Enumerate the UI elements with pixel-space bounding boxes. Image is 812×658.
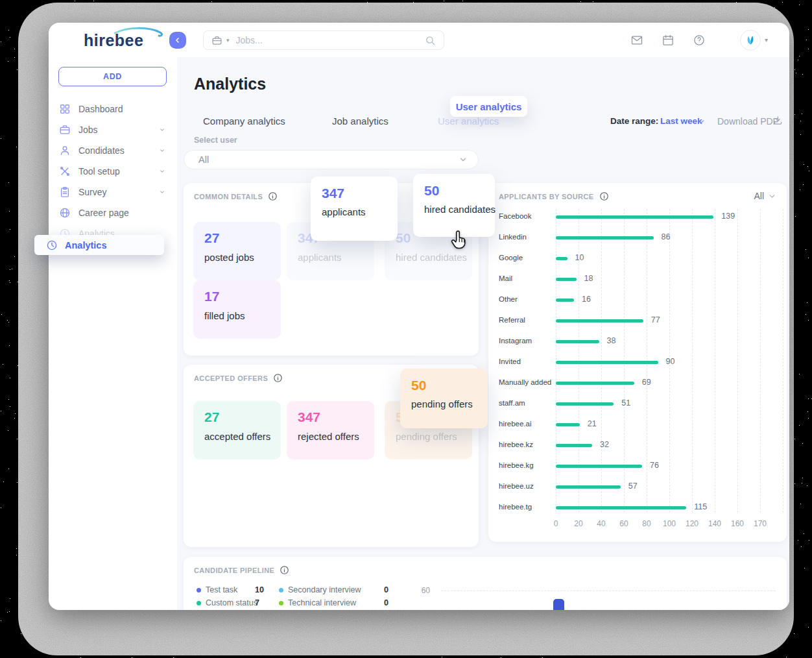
- pipeline-clip-region: CANDIDATE PIPELINE Test task10Custom sta…: [177, 57, 789, 610]
- dragged-tile-applicants[interactable]: 347 applicants: [311, 177, 398, 241]
- chevron-down-icon[interactable]: [158, 188, 166, 196]
- pipeline-gridline: [441, 591, 776, 591]
- dragged-sidebar-item-label: Analytics: [65, 240, 106, 250]
- chevron-down-icon[interactable]: [158, 167, 166, 175]
- dragged-sidebar-item-analytics[interactable]: Analytics: [34, 235, 164, 255]
- sidebar-collapse-button[interactable]: [169, 32, 186, 49]
- legend-dot: [197, 601, 201, 605]
- dragged-tile-label: hired candidates: [424, 204, 484, 215]
- dragged-tile-hired-candidates[interactable]: 50 hired candidates: [413, 174, 495, 237]
- legend-dot: [279, 601, 283, 605]
- tools-icon: [59, 165, 71, 177]
- svg-text:hirebee: hirebee: [84, 31, 143, 49]
- legend-dot: [197, 588, 201, 592]
- sidebar-item-label: Career page: [78, 208, 129, 218]
- dragged-tile-value: 50: [411, 378, 477, 393]
- sidebar-item-label: Tool setup: [78, 166, 120, 177]
- chevron-down-icon[interactable]: [158, 126, 166, 134]
- sidebar-item-label: Condidates: [78, 145, 125, 156]
- avatar[interactable]: [740, 30, 761, 51]
- dragged-tab-user-analytics[interactable]: User analytics: [450, 96, 527, 117]
- calendar-icon[interactable]: [662, 34, 675, 47]
- legend-label: Custom status: [206, 598, 257, 607]
- briefcase-icon[interactable]: [211, 35, 222, 46]
- briefcase-icon: [59, 124, 71, 136]
- legend-label: Test task: [206, 585, 237, 594]
- global-search[interactable]: ▾: [203, 30, 444, 50]
- sidebar-item-survey[interactable]: Survey: [49, 182, 177, 202]
- candidate-pipeline-card: CANDIDATE PIPELINE Test task10Custom sta…: [184, 557, 787, 610]
- legend-item-test-task[interactable]: Test task: [197, 585, 237, 594]
- sidebar-item-label: Jobs: [78, 125, 98, 135]
- dragged-tile-label: applicants: [322, 206, 387, 217]
- legend-label: Secondary interview: [288, 585, 361, 594]
- sidebar-item-jobs[interactable]: Jobs: [49, 119, 177, 140]
- sidebar-item-label: Dashboard: [78, 104, 123, 114]
- app-window: hirebee ADD DashboardJobsCondidatesTool …: [49, 23, 789, 610]
- sidebar-item-career-page[interactable]: Career page: [49, 202, 177, 223]
- info-icon[interactable]: [280, 565, 289, 575]
- legend-value: 0: [384, 598, 388, 607]
- add-button[interactable]: ADD: [58, 67, 167, 86]
- search-input[interactable]: [236, 35, 425, 45]
- candidate-pipeline-title: CANDIDATE PIPELINE: [194, 567, 274, 574]
- sidebar-item-dashboard[interactable]: Dashboard: [49, 99, 177, 119]
- pipeline-bar[interactable]: [553, 599, 564, 610]
- help-icon[interactable]: [693, 34, 706, 47]
- chevron-left-icon: [174, 36, 182, 44]
- legend-item-secondary-interview[interactable]: Secondary interview: [279, 585, 361, 594]
- dragged-tile-label: pending offers: [411, 398, 477, 409]
- legend-value: 0: [384, 585, 388, 594]
- sidebar-nav: DashboardJobsCondidatesTool setupSurveyC…: [49, 99, 177, 244]
- search-icon[interactable]: [425, 35, 436, 46]
- avatar-logo-mark: [744, 34, 757, 47]
- dragged-tile-value: 347: [322, 186, 387, 201]
- legend-value: 10: [255, 585, 264, 594]
- hirebee-logo[interactable]: hirebee: [78, 27, 176, 53]
- clipboard-icon: [59, 186, 71, 198]
- legend-value: 7: [255, 598, 259, 607]
- legend-dot: [279, 588, 283, 592]
- mail-icon[interactable]: [630, 34, 643, 47]
- sidebar: hirebee ADD DashboardJobsCondidatesTool …: [49, 23, 177, 610]
- dragged-tile-pending-offers[interactable]: 50 pending offers: [400, 369, 488, 428]
- dragged-tile-value: 50: [424, 183, 484, 199]
- legend-item-technical-interview[interactable]: Technical interview: [279, 598, 356, 607]
- legend-item-custom-status[interactable]: Custom status: [197, 598, 257, 607]
- globe-icon: [59, 207, 71, 219]
- stage: hirebee ADD DashboardJobsCondidatesTool …: [0, 0, 812, 658]
- sidebar-item-condidates[interactable]: Condidates: [49, 140, 177, 161]
- clock-icon: [46, 239, 58, 251]
- grid-icon: [59, 103, 71, 115]
- chevron-down-icon[interactable]: [158, 147, 166, 154]
- legend-label: Technical interview: [288, 598, 356, 607]
- sidebar-item-tool-setup[interactable]: Tool setup: [49, 161, 177, 182]
- pipeline-y-tick-60: 60: [414, 586, 430, 595]
- chevron-down-icon[interactable]: ▾: [765, 36, 768, 43]
- chevron-down-icon[interactable]: ▾: [226, 37, 230, 43]
- person-icon: [59, 145, 71, 156]
- sidebar-item-label: Survey: [78, 187, 107, 197]
